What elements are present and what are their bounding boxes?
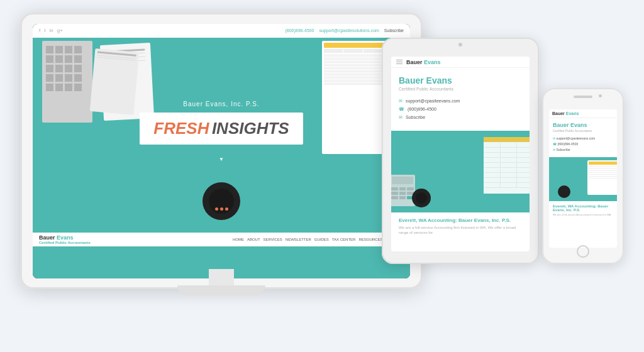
email-icon: ✉ — [399, 99, 402, 103]
phone-description: We are a full-service Accounting firm li… — [553, 213, 613, 216]
facebook-icon: f — [39, 28, 40, 33]
phone-email: ✉ support@cpasiteevans.com — [553, 136, 613, 140]
phone: Bauer Evans Bauer Evans Certified Public… — [542, 88, 624, 264]
tablet-company-title: Bauer Evans — [399, 75, 522, 85]
monitor: f t in g+ (800)896-4500 support@cpasites… — [20, 13, 423, 314]
nav-logo-sub: Certified Public Accountants — [39, 241, 91, 245]
phone-speaker — [574, 96, 592, 98]
phone-camera — [599, 94, 602, 97]
tablet-subscribe: ✉ Subscribe — [399, 115, 522, 120]
tablet: Bauer Evans Bauer Evans Certified Public… — [382, 38, 539, 264]
twitter-icon: t — [44, 28, 45, 33]
monitor-company-name: Bauer Evans, Inc. P.S. — [140, 101, 303, 107]
monitor-subscribe: Subscribe — [384, 28, 404, 33]
monitor-nav-links: HOME ABOUT SERVICES NEWSLETTER GUIDES TA… — [233, 238, 404, 241]
cup-dot-3 — [225, 207, 228, 211]
linkedin-icon: in — [49, 28, 53, 33]
insights-label: INSIGHTS — [212, 119, 289, 138]
tablet-content: Bauer Evans Certified Public Accountants… — [391, 68, 530, 131]
tablet-bottom-content: Everett, WA Accounting: Bauer Evans, Inc… — [391, 212, 530, 241]
phone-table-doc — [587, 160, 617, 195]
tablet-logo-part2: Evans — [423, 59, 441, 65]
building-windows — [42, 41, 92, 96]
nav-home[interactable]: HOME — [233, 238, 244, 241]
cup-dots — [215, 207, 228, 211]
phone-phone-icon: ☎ — [553, 142, 557, 146]
monitor-social-icons: f t in g+ — [39, 28, 63, 33]
phone-icon: ☎ — [399, 107, 404, 111]
tablet-company-sub: Certified Public Accountants — [399, 87, 522, 91]
phone-bottom-content: Everett, WA Accounting: Bauer Evans, Inc… — [549, 201, 617, 219]
phone-email-icon: ✉ — [553, 136, 555, 140]
nav-resources[interactable]: RESOURCES — [358, 238, 382, 241]
tablet-header: Bauer Evans — [391, 57, 530, 68]
subscribe-icon: ✉ — [399, 115, 402, 119]
fresh-insights-box: FRESH INSIGHTS — [140, 113, 303, 145]
phone-company-sub: Certified Public Accountants — [553, 129, 613, 133]
monitor-nav: Bauer Evans Certified Public Accountants… — [33, 233, 410, 246]
phone-subscribe-icon: ✉ — [553, 148, 555, 151]
hamburger-icon[interactable] — [396, 60, 402, 64]
nav-logo-part2: Evans — [57, 234, 74, 241]
tablet-screen: Bauer Evans Bauer Evans Certified Public… — [391, 57, 530, 251]
phone-logo-part2: Evans — [565, 111, 579, 116]
cup-dot-1 — [215, 207, 218, 211]
tablet-description: We are a full-service Accounting firm li… — [399, 225, 522, 236]
left-paper-doc-2 — [90, 48, 139, 115]
monitor-hero-content: Bauer Evans, Inc. P.S. FRESH INSIGHTS ▼ — [140, 101, 303, 169]
tablet-coffee — [412, 189, 431, 207]
tablet-bottom-text: Everett, WA Accounting: Bauer Evans, Inc… — [399, 217, 522, 223]
tablet-outer: Bauer Evans Bauer Evans Certified Public… — [382, 38, 539, 264]
monitor-hero: Bauer Evans, Inc. P.S. FRESH INSIGHTS ▼ — [33, 38, 410, 233]
coffee-cup — [203, 182, 240, 220]
tablet-logo-part1: Bauer — [406, 59, 423, 65]
hero-arrow-down: ▼ — [216, 154, 226, 164]
phone-image-area — [549, 157, 617, 201]
monitor-phone: (800)896-4500 — [285, 28, 314, 33]
phone-content: Bauer Evans Certified Public Accountants… — [549, 118, 617, 157]
fresh-label: FRESH — [153, 119, 209, 138]
phone-phone: ☎ (800)896-4500 — [553, 142, 613, 146]
monitor-nav-logo: Bauer Evans Certified Public Accountants — [39, 234, 91, 245]
tablet-logo: Bauer Evans — [406, 59, 441, 65]
phone-subscribe: ✉ Subscribe — [553, 148, 613, 151]
tablet-email: ✉ support@cpasiteevans.com — [399, 99, 522, 104]
monitor-header-bar: f t in g+ (800)896-4500 support@cpasites… — [33, 24, 410, 38]
phone-logo-part1: Bauer — [552, 111, 565, 116]
scene: f t in g+ (800)896-4500 support@cpasites… — [8, 6, 636, 346]
phone-screen: Bauer Evans Bauer Evans Certified Public… — [549, 109, 617, 248]
tablet-camera — [458, 43, 462, 47]
google-plus-icon: g+ — [57, 28, 63, 33]
tablet-image-area — [391, 131, 530, 212]
phone-home-button[interactable] — [577, 245, 589, 258]
nav-about[interactable]: ABOUT — [247, 238, 260, 241]
tablet-table-doc — [484, 137, 530, 194]
nav-services[interactable]: SERVICES — [264, 238, 282, 241]
nav-logo-part1: Bauer — [39, 234, 55, 241]
monitor-bezel: f t in g+ (800)896-4500 support@cpasites… — [33, 24, 410, 278]
monitor-stand-base — [177, 285, 265, 295]
phone-company-title: Bauer Evans — [553, 122, 613, 128]
nav-tax-center[interactable]: TAX CENTER — [332, 238, 356, 241]
phone-header: Bauer Evans — [549, 109, 617, 118]
nav-guides[interactable]: GUIDES — [314, 238, 329, 241]
tablet-phone: ☎ (800)896-4500 — [399, 107, 522, 112]
monitor-screen: f t in g+ (800)896-4500 support@cpasites… — [33, 24, 410, 278]
monitor-outer: f t in g+ (800)896-4500 support@cpasites… — [20, 13, 423, 289]
nav-newsletter[interactable]: NEWSLETTER — [286, 238, 311, 241]
monitor-header-contact: (800)896-4500 support@cpasitesolutions.c… — [285, 28, 404, 33]
monitor-email: support@cpasitesolutions.com — [319, 28, 379, 33]
phone-bottom-text: Everett, WA Accounting: Bauer Evans, Inc… — [553, 204, 613, 212]
phone-outer: Bauer Evans Bauer Evans Certified Public… — [542, 88, 624, 264]
phone-logo: Bauer Evans — [552, 111, 579, 116]
phone-coffee — [558, 185, 570, 198]
cup-dot-2 — [220, 207, 223, 211]
cup-circle — [203, 182, 240, 220]
building-illustration — [42, 41, 92, 123]
